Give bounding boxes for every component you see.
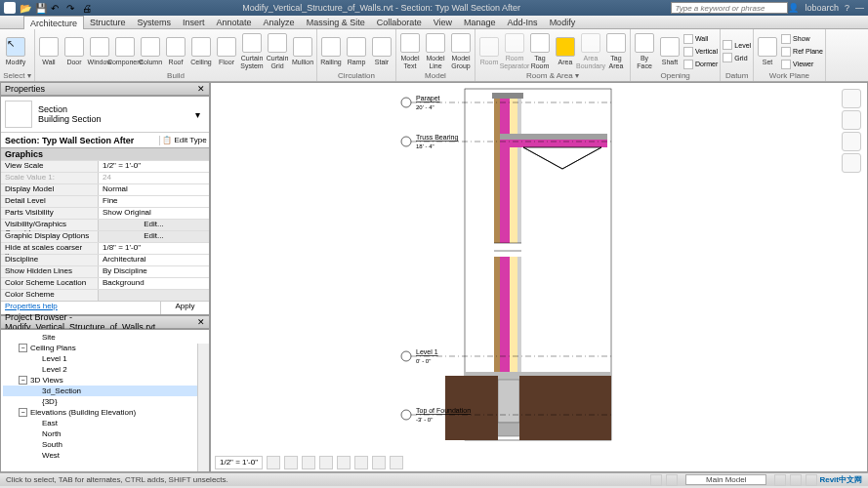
byface-button[interactable]: By Face — [633, 33, 656, 70]
minimize-icon[interactable]: — — [855, 3, 864, 13]
tab-modify[interactable]: Modify — [544, 16, 582, 29]
tab-systems[interactable]: Systems — [132, 16, 178, 29]
tree-node[interactable]: {3D} — [3, 396, 207, 407]
tree-node[interactable]: 3d_Section — [3, 386, 207, 396]
tree-node[interactable]: West — [3, 450, 207, 458]
tree-node[interactable]: East — [3, 418, 207, 428]
close-icon[interactable]: ✕ — [197, 84, 205, 94]
instance-filter[interactable]: Section: Typ Wall Section After — [1, 136, 160, 145]
railing-button[interactable]: Railing — [319, 37, 343, 66]
tree-node[interactable]: North — [3, 428, 207, 439]
scrollbar[interactable] — [197, 344, 209, 471]
tab-annotate[interactable]: Annotate — [211, 16, 258, 29]
wall-button[interactable]: Wall — [37, 37, 61, 66]
qat-redo-icon[interactable]: ↷ — [66, 3, 76, 13]
tree-toggle-icon[interactable]: − — [19, 344, 27, 352]
tagroom-button[interactable]: Tag Room — [528, 33, 552, 70]
dormer-button[interactable]: Dormer — [683, 59, 718, 70]
tab-analyze[interactable]: Analyze — [258, 16, 301, 29]
curtaingrid-button[interactable]: Curtain Grid — [266, 33, 289, 70]
door-button[interactable]: Door — [62, 37, 86, 66]
qat-save-icon[interactable]: 💾 — [35, 3, 45, 13]
prop-value[interactable]: Fine — [99, 196, 209, 207]
mullion-button[interactable]: Mullion — [291, 37, 314, 66]
detail-level-icon[interactable] — [267, 456, 280, 469]
tree-node[interactable]: Level 2 — [3, 364, 207, 375]
nav-zoom-icon[interactable] — [842, 153, 861, 173]
prop-value[interactable]: 1/8" = 1'-0" — [99, 243, 209, 254]
wall-button[interactable]: Wall — [683, 33, 718, 45]
view-scale[interactable]: 1/2" = 1'-0" — [215, 456, 263, 469]
prop-value[interactable]: Edit... — [99, 220, 209, 230]
tab-collaborate[interactable]: Collaborate — [371, 16, 428, 29]
category-graphics[interactable]: Graphics — [1, 147, 209, 160]
tab-addins[interactable]: Add-Ins — [502, 16, 544, 29]
roof-button[interactable]: Roof — [164, 37, 187, 66]
tree-node[interactable]: −Elevations (Building Elevation) — [3, 407, 207, 418]
close-icon[interactable]: ✕ — [197, 317, 205, 327]
sun-path-icon[interactable] — [302, 456, 315, 469]
floor-button[interactable]: Floor — [215, 37, 238, 66]
component-button[interactable]: Component — [113, 37, 137, 66]
nav-wheel-icon[interactable] — [842, 110, 861, 130]
properties-header[interactable]: Properties ✕ — [0, 82, 210, 96]
chevron-down-icon[interactable]: ▾ — [195, 109, 205, 120]
set-button[interactable]: Set — [756, 37, 779, 66]
show-button[interactable]: Show — [781, 33, 823, 45]
status-icon[interactable] — [650, 474, 662, 486]
edit-type-button[interactable]: 📋Edit Type — [160, 136, 209, 144]
tree-node[interactable]: Level 1 — [3, 353, 207, 364]
curtainsystem-button[interactable]: Curtain System — [240, 33, 264, 70]
user-name[interactable]: loboarch — [805, 3, 839, 13]
modelline-button[interactable]: Model Line — [424, 33, 447, 70]
search-input[interactable] — [671, 2, 788, 14]
tree-node[interactable]: −Ceiling Plans — [3, 343, 207, 353]
column-button[interactable]: Column — [139, 37, 162, 66]
tab-massingsite[interactable]: Massing & Site — [301, 16, 371, 29]
user-icon[interactable]: 👤 — [788, 3, 799, 13]
prop-value[interactable]: Normal — [99, 184, 209, 195]
prop-value[interactable] — [99, 290, 209, 301]
ceiling-button[interactable]: Ceiling — [189, 37, 213, 66]
modeltext-button[interactable]: Model Text — [398, 33, 422, 70]
status-icon[interactable] — [790, 474, 802, 486]
status-icon[interactable] — [774, 474, 786, 486]
tab-architecture[interactable]: Architecture — [23, 16, 84, 29]
workset-combo[interactable]: Main Model — [685, 474, 766, 485]
tree-node[interactable]: −3D Views — [3, 375, 207, 386]
prop-value[interactable]: Background — [99, 278, 209, 289]
level-button[interactable]: Level — [723, 39, 751, 51]
tree-toggle-icon[interactable]: − — [19, 376, 27, 385]
tab-manage[interactable]: Manage — [458, 16, 502, 29]
tree-node[interactable]: South — [3, 439, 207, 450]
tagarea-button[interactable]: Tag Area — [604, 33, 628, 70]
prop-value[interactable]: Architectural — [99, 255, 209, 265]
drawing-canvas[interactable]: Parapet20' - 4"Truss Bearing18' - 4"Leve… — [210, 82, 868, 472]
tab-structure[interactable]: Structure — [84, 16, 132, 29]
prop-value[interactable]: 24 — [99, 173, 209, 183]
modify-button[interactable]: ↖Modify — [2, 37, 29, 66]
type-selector[interactable]: SectionBuilding Section ▾ — [1, 97, 209, 132]
help-icon[interactable]: ? — [845, 3, 849, 13]
modelgroup-button[interactable]: Model Group — [449, 33, 473, 70]
qat-undo-icon[interactable]: ↶ — [51, 3, 61, 13]
app-icon[interactable] — [4, 2, 16, 14]
browser-header[interactable]: Project Browser - Modify_Vertical_Struct… — [0, 315, 210, 329]
reveal-icon[interactable] — [390, 456, 403, 469]
qat-print-icon[interactable]: 🖨 — [82, 3, 92, 13]
shaft-button[interactable]: Shaft — [658, 37, 682, 66]
prop-value[interactable]: Edit... — [99, 231, 209, 242]
tab-view[interactable]: View — [428, 16, 458, 29]
hide-isolate-icon[interactable] — [372, 456, 386, 469]
nav-pan-icon[interactable] — [842, 132, 861, 151]
stair-button[interactable]: Stair — [370, 37, 393, 66]
prop-value[interactable]: By Discipline — [99, 266, 209, 277]
panel-room[interactable]: Room & Area ▾ — [477, 71, 628, 81]
refplane-button[interactable]: Ref Plane — [781, 46, 823, 58]
panel-select[interactable]: Select ▾ — [2, 71, 32, 81]
qat-open-icon[interactable]: 📂 — [20, 3, 29, 13]
visual-style-icon[interactable] — [284, 456, 298, 469]
grid-button[interactable]: Grid — [723, 52, 751, 63]
status-icon[interactable] — [666, 474, 678, 486]
shadows-icon[interactable] — [319, 456, 333, 469]
